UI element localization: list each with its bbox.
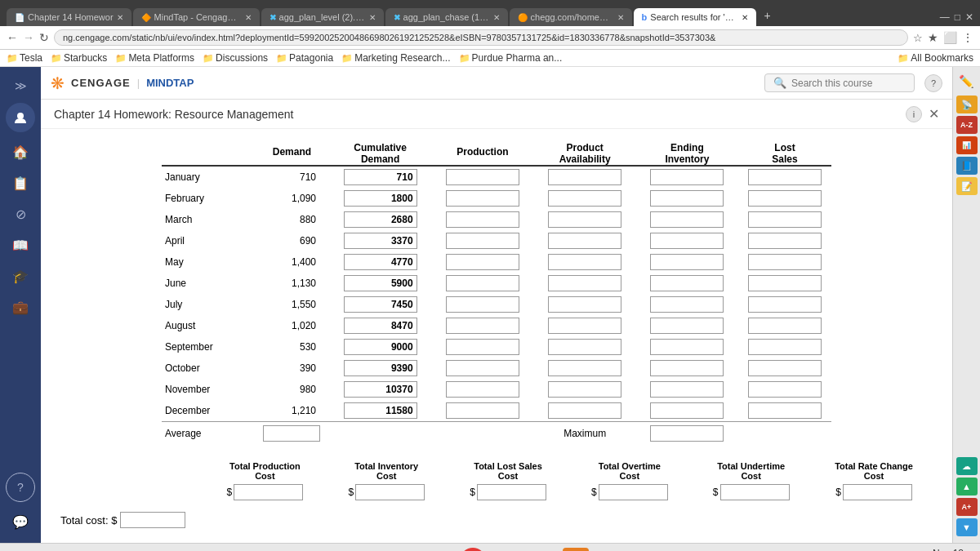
production-input-9[interactable] [446,360,519,376]
availability-input-11[interactable] [548,402,621,419]
production-input-10[interactable] [446,381,519,398]
back-button[interactable]: ← [7,31,18,44]
availability-input-2[interactable] [548,211,621,228]
url-input[interactable]: ng.cengage.com/static/nb/ui/evo/index.ht… [54,29,908,46]
ending-inventory-input-4[interactable] [650,254,724,270]
production-input-8[interactable] [446,339,519,355]
tool-green-icon[interactable]: ▲ [956,478,978,495]
lost-sales-input-2[interactable] [748,211,822,228]
lost-sales-input-8[interactable] [748,339,822,355]
sidebar-ebook-btn[interactable]: 📖 [6,230,35,260]
tool-ap-icon[interactable]: A+ [956,498,978,516]
search-input[interactable] [791,78,906,89]
sidebar-home-btn[interactable]: 🏠 [6,137,35,167]
ending-inventory-input-2[interactable] [650,211,724,228]
production-input-1[interactable] [446,190,519,207]
tab-xlsx1[interactable]: ✖ agg_plan_level (2).xlsx ✕ [261,8,384,26]
tab-xlsx2[interactable]: ✖ agg_plan_chase (1).xls ✕ [385,8,508,26]
total-cost-input[interactable] [120,512,185,528]
sidebar-briefcase-btn[interactable]: 💼 [6,292,35,322]
total-ut-cost-input[interactable] [720,484,790,500]
availability-input-8[interactable] [548,339,621,355]
all-bookmarks[interactable]: 📁 All Bookmarks [898,52,973,64]
availability-input-6[interactable] [548,296,621,313]
lost-sales-input-3[interactable] [748,233,822,249]
tab-close-icon-chegg[interactable]: ✕ [617,13,624,22]
tool-down-icon[interactable]: ▼ [956,518,978,536]
max-inventory-input[interactable] [650,425,724,442]
profile-icon[interactable]: ⬜ [943,31,957,44]
ending-inventory-input-0[interactable] [650,169,724,185]
total-lost-cost-input[interactable] [477,484,546,500]
bookmark-purdue[interactable]: 📁 Purdue Pharma an... [459,52,563,64]
maximize-btn[interactable]: □ [955,11,960,23]
tab-close-icon-search[interactable]: ✕ [742,13,748,22]
tool-pen-icon[interactable]: ✏️ [956,70,978,93]
bookmark-discussions[interactable]: 📁 Discussions [203,52,268,64]
lost-sales-input-11[interactable] [748,402,822,419]
close-page-icon[interactable]: ✕ [929,106,939,122]
ending-inventory-input-3[interactable] [650,233,724,249]
menu-icon[interactable]: ⋮ [962,31,973,44]
lost-sales-input-0[interactable] [748,169,822,185]
sidebar-expand-btn[interactable]: ≫ [6,73,35,98]
tab-chapter14[interactable]: 📄 Chapter 14 Homewor ✕ [7,8,131,26]
taskbar-folder-icon[interactable]: 📁 [494,548,520,552]
availability-input-5[interactable] [548,275,621,291]
tab-search[interactable]: b Search results for 'The ✕ [634,8,756,26]
production-input-2[interactable] [446,211,519,228]
total-ot-cost-input[interactable] [599,484,668,500]
ending-inventory-input-9[interactable] [650,360,724,376]
lost-sales-input-4[interactable] [748,254,822,270]
total-inv-cost-input[interactable] [355,484,425,500]
availability-input-4[interactable] [548,254,621,270]
ending-inventory-input-5[interactable] [650,275,724,291]
bookmark-tesla[interactable]: 📁 Tesla [7,52,42,64]
lost-sales-input-1[interactable] [748,190,822,207]
production-input-0[interactable] [446,169,519,185]
tab-close-icon[interactable]: ✕ [117,13,123,22]
forward-button[interactable]: → [23,31,34,44]
tab-close-icon-mindtap[interactable]: ✕ [245,13,252,22]
lost-sales-input-9[interactable] [748,360,822,376]
production-input-6[interactable] [446,296,519,313]
bookmark-marketing[interactable]: 📁 Marketing Research... [341,52,450,64]
bookmark-starbucks[interactable]: 📁 Starbucks [51,52,107,64]
avg-demand-input[interactable] [263,425,320,442]
total-rc-cost-input[interactable] [843,484,912,500]
tool-office-icon[interactable]: 📊 [956,136,978,154]
production-input-7[interactable] [446,318,519,334]
bookmark-meta[interactable]: 📁 Meta Platforms [115,52,194,64]
bookmark-patagonia[interactable]: 📁 Patagonia [276,52,333,64]
tool-teal-icon[interactable]: ☁ [956,457,978,475]
taskbar-orange-icon[interactable]: 📱 [563,548,589,552]
tab-chegg[interactable]: 🟠 chegg.com/homewor ✕ [510,8,632,26]
info-icon[interactable]: i [906,106,922,122]
total-prod-cost-input[interactable] [234,484,303,500]
tab-close-icon-xlsx2[interactable]: ✕ [493,13,500,22]
taskbar-grid-icon[interactable]: ⊞ [528,548,555,552]
ending-inventory-input-1[interactable] [650,190,724,207]
refresh-button[interactable]: ↻ [39,31,49,44]
minimize-btn[interactable]: — [940,11,950,23]
sidebar-assignments-btn[interactable]: 📋 [6,168,35,198]
lost-sales-input-10[interactable] [748,381,822,398]
sidebar-chat-btn[interactable]: 💬 [6,507,35,536]
taskbar-red-icon[interactable]: ⬤ [460,548,486,552]
ending-inventory-input-6[interactable] [650,296,724,313]
tool-az-icon[interactable]: A-Z [956,116,978,134]
help-button[interactable]: ? [924,74,942,92]
taskbar-files-icon[interactable]: ☰ [425,548,452,552]
ending-inventory-input-10[interactable] [650,381,724,398]
ending-inventory-input-8[interactable] [650,339,724,355]
sidebar-study-btn[interactable]: 🎓 [6,261,35,291]
bookmark-star-icon[interactable]: ☆ [913,32,923,44]
lost-sales-input-5[interactable] [748,275,822,291]
availability-input-7[interactable] [548,318,621,334]
tool-blue-icon[interactable]: 📘 [956,157,978,175]
close-btn[interactable]: ✕ [965,11,973,23]
new-tab-button[interactable]: + [758,5,777,26]
sidebar-circle-btn[interactable]: ⊘ [6,199,35,229]
tab-mindtap[interactable]: 🔶 MindTap - Cengage Le ✕ [133,8,260,26]
production-input-3[interactable] [446,233,519,249]
